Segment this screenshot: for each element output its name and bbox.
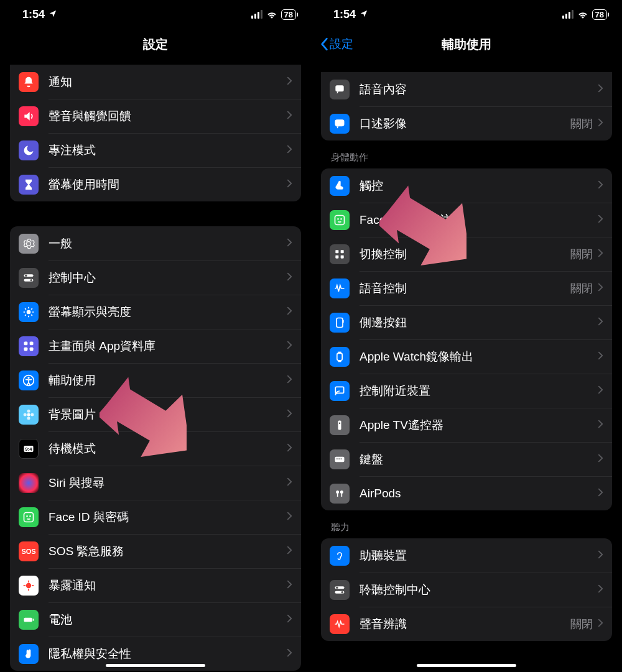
- phone-accessibility: 1:54 78 設定 輔助使用 語音內容: [311, 0, 622, 672]
- row-label: 主畫面與 App資料庫: [49, 338, 287, 354]
- svg-rect-13: [24, 341, 28, 345]
- accessibility-group-1: 語音內容 口述影像 關閉: [321, 72, 612, 140]
- row-label: 觸控: [360, 178, 598, 194]
- row-apple-tv-remote[interactable]: Apple TV遙控器: [321, 408, 612, 442]
- row-label: 背景圖片: [49, 407, 287, 423]
- chevron-right-icon: [598, 316, 603, 329]
- row-faceid-attention[interactable]: Face ID 與螢幕注視: [321, 203, 612, 237]
- back-label: 設定: [330, 36, 353, 52]
- row-label: 一般: [49, 236, 287, 252]
- row-apple-watch-mirroring[interactable]: Apple Watch鏡像輸出: [321, 339, 612, 374]
- svg-point-27: [26, 515, 28, 517]
- wifi-icon: [577, 10, 588, 19]
- row-audio-descriptions[interactable]: 口述影像 關閉: [321, 106, 612, 140]
- row-general[interactable]: 一般: [10, 226, 301, 260]
- keyboard-icon: [330, 449, 350, 469]
- svg-point-4: [27, 310, 31, 314]
- row-label: 隱私權與安全性: [49, 646, 287, 662]
- chevron-right-icon: [598, 83, 603, 96]
- settings-group-1: 通知 聲音與觸覺回饋 專注模式 螢幕使用時間: [10, 65, 301, 201]
- battery-icon: [19, 610, 39, 630]
- chevron-right-icon: [287, 110, 292, 122]
- svg-point-21: [27, 417, 30, 420]
- row-side-button[interactable]: 側邊按鈕: [321, 305, 612, 339]
- row-switch-control[interactable]: 切換控制 關閉: [321, 237, 612, 271]
- sos-icon: SOS: [19, 541, 39, 561]
- chevron-right-icon: [287, 178, 292, 191]
- row-control-nearby[interactable]: 控制附近裝置: [321, 374, 612, 408]
- faceid-attention-icon: [330, 210, 350, 230]
- row-touch[interactable]: 觸控: [321, 168, 612, 203]
- nav-header: 設定: [0, 29, 311, 60]
- hearing-control-center-icon: [330, 580, 350, 600]
- sounds-icon: [19, 106, 39, 126]
- svg-rect-15: [24, 347, 28, 351]
- standby-icon: 9:4: [19, 439, 39, 459]
- row-battery[interactable]: 電池: [10, 602, 301, 637]
- faceid-icon: [19, 507, 39, 527]
- row-hearing-devices[interactable]: 助聽裝置: [321, 538, 612, 573]
- svg-point-20: [27, 409, 30, 412]
- back-button[interactable]: 設定: [320, 36, 353, 52]
- row-faceid[interactable]: Face ID 與密碼: [10, 500, 301, 534]
- svg-point-18: [27, 377, 29, 379]
- row-home-screen[interactable]: 主畫面與 App資料庫: [10, 329, 301, 363]
- row-label: 聲音與觸覺回饋: [49, 108, 287, 124]
- row-sound-recognition[interactable]: 聲音辨識 關閉: [321, 607, 612, 641]
- row-keyboard[interactable]: 鍵盤: [321, 442, 612, 476]
- accessibility-group-2: 觸控 Face ID 與螢幕注視 切換控制 關閉 語音控制 關閉 側邊按鈕 Ap…: [321, 168, 612, 510]
- wallpaper-icon: [19, 405, 39, 425]
- hearing-devices-icon: [330, 546, 350, 566]
- row-voice-control[interactable]: 語音控制 關閉: [321, 271, 612, 305]
- chevron-right-icon: [287, 76, 292, 88]
- row-wallpaper[interactable]: 背景圖片: [10, 397, 301, 431]
- row-label: 輔助使用: [49, 372, 287, 389]
- svg-point-22: [24, 413, 27, 416]
- row-sos[interactable]: SOS SOS 緊急服務: [10, 534, 301, 568]
- row-spoken-content[interactable]: 語音內容: [321, 72, 612, 106]
- row-label: SOS 緊急服務: [49, 543, 287, 559]
- row-label: Apple TV遙控器: [360, 417, 598, 433]
- row-label: 鍵盤: [360, 451, 598, 467]
- row-label: 聲音辨識: [360, 616, 570, 632]
- row-standby[interactable]: 9:4 待機模式: [10, 431, 301, 466]
- row-hearing-control-center[interactable]: 聆聽控制中心: [321, 573, 612, 607]
- row-display-brightness[interactable]: 螢幕顯示與亮度: [10, 295, 301, 329]
- side-button-icon: [330, 313, 350, 333]
- voice-control-icon: [330, 278, 350, 298]
- row-screen-time[interactable]: 螢幕使用時間: [10, 167, 301, 201]
- status-time: 1:54: [333, 8, 356, 21]
- row-detail: 關閉: [570, 617, 593, 632]
- chevron-right-icon: [598, 385, 603, 397]
- row-focus[interactable]: 專注模式: [10, 133, 301, 167]
- row-label: 助聽裝置: [360, 548, 598, 564]
- row-label: Apple Watch鏡像輸出: [360, 349, 598, 365]
- svg-point-41: [340, 218, 342, 220]
- row-accessibility[interactable]: 輔助使用: [10, 363, 301, 397]
- row-airpods[interactable]: AirPods: [321, 476, 612, 510]
- row-notifications[interactable]: 通知: [10, 65, 301, 99]
- status-time: 1:54: [22, 8, 45, 21]
- svg-rect-38: [335, 119, 345, 126]
- location-icon: [49, 8, 57, 21]
- row-siri[interactable]: Siri 與搜尋: [10, 466, 301, 500]
- svg-rect-56: [338, 458, 340, 459]
- row-label: Face ID 與螢幕注視: [360, 212, 598, 228]
- chevron-right-icon: [598, 453, 603, 466]
- svg-rect-47: [343, 320, 344, 322]
- row-sounds[interactable]: 聲音與觸覺回饋: [10, 99, 301, 133]
- chevron-right-icon: [598, 214, 603, 226]
- focus-icon: [19, 140, 39, 160]
- audio-descriptions-icon: [330, 114, 350, 134]
- battery-icon: 78: [281, 9, 296, 20]
- phone-settings: 1:54 78 設定 通知 聲音與觸覺回饋 專注模式: [0, 0, 311, 672]
- cellular-icon: [562, 10, 573, 19]
- row-exposure[interactable]: 暴露通知: [10, 568, 301, 602]
- status-bar: 1:54 78: [0, 0, 311, 29]
- touch-icon: [330, 176, 350, 196]
- accessibility-icon: [19, 371, 39, 390]
- row-control-center[interactable]: 控制中心: [10, 260, 301, 295]
- svg-rect-37: [335, 85, 343, 91]
- chevron-right-icon: [287, 614, 292, 626]
- exposure-icon: [19, 576, 39, 596]
